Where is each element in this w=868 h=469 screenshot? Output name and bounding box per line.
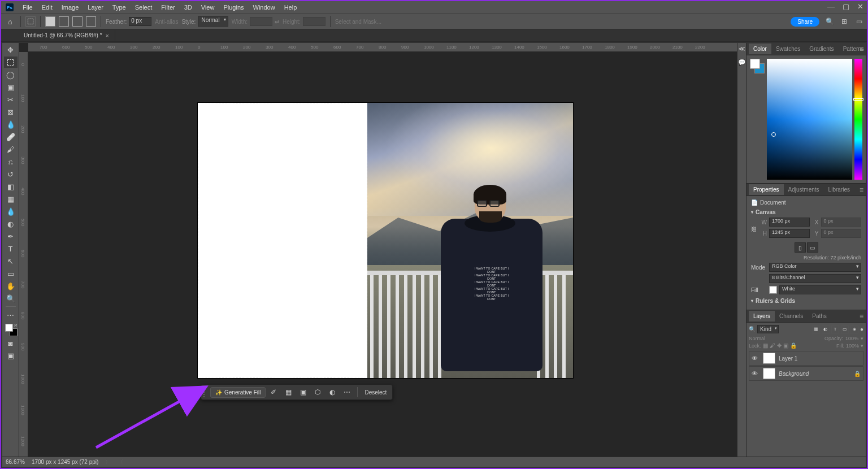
menu-plugins[interactable]: Plugins: [219, 4, 248, 11]
filter-adjust-icon[interactable]: ◐: [822, 325, 830, 333]
home-button[interactable]: ⌂: [5, 16, 16, 27]
generative-fill-button[interactable]: ✨ Generative Fill: [210, 387, 266, 398]
move-tool[interactable]: ✥: [4, 44, 18, 55]
remove-bg-icon[interactable]: ▦: [281, 386, 295, 398]
filter-pixel-icon[interactable]: ▦: [812, 325, 820, 333]
menu-edit[interactable]: Edit: [37, 4, 57, 11]
lasso-tool[interactable]: ◯: [4, 69, 18, 80]
close-tab-icon[interactable]: ×: [106, 32, 109, 39]
layer-name[interactable]: Layer 1: [779, 355, 797, 362]
current-tool-marquee-icon[interactable]: [25, 16, 36, 27]
select-and-mask-button[interactable]: Select and Mask...: [335, 19, 381, 25]
canvas-area[interactable]: 7006005004003002001000100200300400500600…: [19, 43, 737, 457]
menu-select[interactable]: Select: [131, 4, 157, 11]
orient-landscape-icon[interactable]: ▭: [807, 242, 818, 253]
color-fg-bg[interactable]: [750, 59, 765, 180]
crop-tool[interactable]: ✂: [4, 94, 18, 105]
object-select-tool[interactable]: ▣: [4, 81, 18, 93]
menu-layer[interactable]: Layer: [83, 4, 108, 11]
filter-shape-icon[interactable]: ▭: [841, 325, 849, 333]
deselect-button[interactable]: Deselect: [361, 389, 390, 396]
gradient-tool[interactable]: ▦: [4, 193, 18, 205]
transform-icon[interactable]: ▣: [296, 386, 310, 398]
marquee-tool[interactable]: [4, 57, 18, 68]
layer-filter-select[interactable]: Kind: [757, 325, 779, 333]
visibility-icon[interactable]: 👁: [752, 355, 760, 362]
collapse-icon[interactable]: ≪: [738, 45, 746, 53]
lock-all-icon[interactable]: 🔒: [790, 342, 797, 349]
tab-adjustments[interactable]: Adjustments: [784, 184, 824, 195]
zoom-tool[interactable]: 🔍: [4, 293, 18, 304]
quick-mask-icon[interactable]: ◙: [4, 337, 18, 349]
blend-mode-select[interactable]: Normal: [749, 336, 788, 341]
eyedropper-tool[interactable]: 💧: [4, 119, 18, 130]
height-field[interactable]: 1245 px: [769, 229, 810, 238]
panel-menu-icon[interactable]: ≡: [860, 45, 863, 53]
window-close-icon[interactable]: ✕: [857, 2, 863, 11]
tab-paths[interactable]: Paths: [808, 311, 831, 322]
menu-type[interactable]: Type: [108, 4, 131, 11]
menu-window[interactable]: Window: [249, 4, 280, 11]
type-tool[interactable]: T: [4, 243, 18, 254]
tab-properties[interactable]: Properties: [749, 184, 784, 195]
filter-toggle-icon[interactable]: ●: [860, 326, 863, 332]
hue-slider[interactable]: [854, 59, 862, 180]
pen-tool[interactable]: ✒: [4, 231, 18, 242]
swap-colors-icon[interactable]: ⤭: [14, 323, 18, 328]
layer-name[interactable]: Background: [779, 371, 809, 377]
menu-file[interactable]: File: [18, 4, 37, 11]
share-button[interactable]: Share: [791, 17, 819, 27]
menu-view[interactable]: View: [197, 4, 219, 11]
frame-tool[interactable]: ⊠: [4, 106, 18, 118]
filter-type-icon[interactable]: T: [831, 325, 839, 333]
add-selection-icon[interactable]: [59, 16, 69, 27]
menu-help[interactable]: Help: [280, 4, 302, 11]
ruler-vertical[interactable]: 0100200300400500600700800900100011001200: [19, 52, 28, 457]
lock-position-icon[interactable]: ✥: [777, 342, 782, 349]
color-spectrum[interactable]: [767, 59, 852, 180]
visibility-icon[interactable]: 👁: [752, 370, 760, 377]
menu-filter[interactable]: Filter: [157, 4, 179, 11]
lock-transparent-icon[interactable]: ▦: [763, 342, 768, 349]
layer-row[interactable]: 👁Layer 1: [749, 351, 863, 366]
tab-layers[interactable]: Layers: [749, 311, 775, 322]
layer-thumb[interactable]: [763, 353, 775, 364]
tab-libraries[interactable]: Libraries: [824, 184, 854, 195]
tab-channels[interactable]: Channels: [775, 311, 808, 322]
window-minimize-icon[interactable]: —: [827, 2, 835, 11]
foreground-color[interactable]: [5, 324, 13, 332]
path-select-tool[interactable]: ↖: [4, 255, 18, 267]
menu-3d[interactable]: 3D: [180, 4, 197, 11]
select-subject-icon[interactable]: ✐: [267, 386, 280, 398]
fill-value[interactable]: 100%: [846, 343, 859, 349]
screen-mode-icon[interactable]: ▣: [4, 350, 18, 361]
panel-fg-color[interactable]: [750, 59, 760, 69]
style-select[interactable]: Normal: [198, 16, 228, 27]
tab-gradients[interactable]: Gradients: [805, 44, 838, 54]
fill-color-swatch[interactable]: [769, 286, 777, 294]
subtract-selection-icon[interactable]: [72, 16, 83, 27]
feather-input[interactable]: 0 px: [129, 17, 151, 26]
cloud-docs-icon[interactable]: ⊞: [840, 17, 849, 26]
workspace-icon[interactable]: ▭: [854, 17, 863, 26]
menu-image[interactable]: Image: [57, 4, 84, 11]
filter-smart-icon[interactable]: ◈: [850, 325, 858, 333]
orient-portrait-icon[interactable]: ▯: [795, 242, 806, 253]
history-brush-tool[interactable]: ↺: [4, 168, 18, 180]
comments-panel-icon[interactable]: 💬: [738, 59, 746, 67]
doc-info[interactable]: 1700 px x 1245 px (72 ppi): [32, 459, 98, 465]
canvas-section-header[interactable]: Canvas: [751, 209, 861, 215]
edit-toolbar-icon[interactable]: ⋯: [4, 309, 18, 320]
tab-color[interactable]: Color: [749, 44, 771, 54]
dodge-tool[interactable]: ◐: [4, 218, 18, 229]
color-mode-select[interactable]: RGB Color: [769, 263, 861, 272]
new-selection-icon[interactable]: [45, 16, 55, 27]
search-icon[interactable]: 🔍: [825, 17, 834, 26]
healing-brush-tool[interactable]: 🩹: [4, 131, 18, 142]
fill-selection-icon[interactable]: ◐: [326, 386, 339, 398]
ruler-horizontal[interactable]: 7006005004003002001000100200300400500600…: [28, 43, 737, 52]
panel-menu-icon[interactable]: ≡: [860, 312, 863, 320]
rectangle-tool[interactable]: ▭: [4, 268, 18, 279]
document-canvas[interactable]: I WANT TO CARE BUT I DONTI WANT TO CARE …: [198, 103, 573, 378]
panel-menu-icon[interactable]: ≡: [860, 186, 863, 194]
